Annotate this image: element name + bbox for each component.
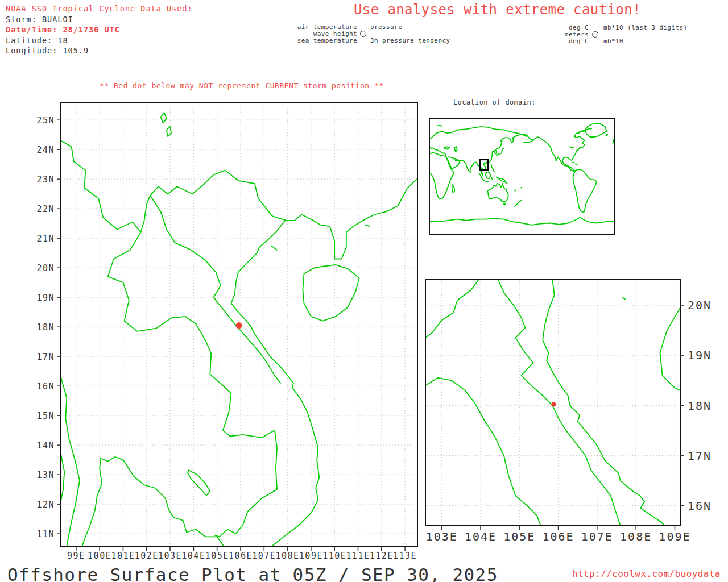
svg-text:17N: 17N — [688, 449, 712, 463]
svg-text:104E: 104E — [465, 530, 497, 543]
svg-text:113E: 113E — [393, 551, 417, 561]
units-mb10-bottom-label: mb*10 — [603, 38, 623, 45]
svg-text:106E: 106E — [229, 551, 253, 561]
svg-text:103E: 103E — [426, 530, 458, 543]
storm-latitude-line: Latitude: 18 — [6, 36, 68, 45]
svg-text:14N: 14N — [36, 440, 55, 451]
storm-dot — [551, 402, 556, 407]
svg-text:109E: 109E — [299, 551, 323, 561]
svg-text:101E: 101E — [111, 551, 135, 561]
svg-text:104E: 104E — [181, 551, 205, 561]
svg-text:16N: 16N — [36, 381, 55, 392]
buoy-plot-page: NOAA SSD Tropical Cyclone Data Used: Sto… — [0, 0, 728, 582]
svg-text:102E: 102E — [135, 551, 159, 561]
legend-pressure-label: pressure — [370, 23, 402, 31]
svg-text:23N: 23N — [36, 174, 55, 185]
svg-text:22N: 22N — [36, 204, 55, 214]
storm-name-line: Storm: BUALOI — [6, 15, 73, 24]
svg-text:109E: 109E — [659, 530, 690, 543]
storm-dot — [236, 322, 242, 329]
main-map: 25N24N23N22N21N20N19N18N17N16N15N14N13N1… — [32, 96, 424, 572]
svg-text:111E: 111E — [346, 551, 370, 561]
svg-text:18N: 18N — [36, 322, 55, 332]
svg-text:15N: 15N — [36, 411, 55, 421]
svg-text:25N: 25N — [36, 115, 55, 126]
svg-text:106E: 106E — [542, 530, 574, 543]
legend-pressure-tendency-label: 3h pressure tendency — [370, 37, 450, 45]
svg-text:105E: 105E — [205, 551, 229, 561]
svg-text:11N: 11N — [36, 529, 55, 539]
site-url[interactable]: http://coolwx.com/buoydata — [572, 568, 721, 580]
svg-text:21N: 21N — [36, 234, 55, 244]
world-minimap — [428, 117, 617, 236]
svg-text:99E: 99E — [67, 551, 85, 561]
units-mb10-top-label: mb*10 (last 3 digits) — [603, 24, 687, 32]
svg-text:20N: 20N — [36, 263, 55, 273]
svg-text:12N: 12N — [36, 500, 55, 510]
svg-text:16N: 16N — [688, 499, 712, 513]
storm-datetime-line: Date/Time: 28/1730 UTC — [6, 25, 120, 35]
svg-text:112E: 112E — [370, 551, 394, 561]
svg-text:107E: 107E — [252, 551, 276, 561]
svg-text:108E: 108E — [620, 530, 652, 543]
svg-text:24N: 24N — [36, 145, 55, 155]
svg-text:17N: 17N — [36, 352, 55, 362]
svg-text:110E: 110E — [322, 551, 346, 561]
svg-text:19N: 19N — [36, 293, 55, 303]
svg-text:108E: 108E — [276, 551, 300, 561]
units-deg-c-bottom-label: deg C — [509, 38, 589, 45]
storm-longitude-line: Longitude: 105.9 — [6, 46, 89, 56]
svg-text:20N: 20N — [688, 298, 712, 312]
zoomed-map: 20N19N18N17N16N103E104E105E106E107E108E1… — [419, 273, 720, 559]
station-model-circle-icon — [360, 31, 366, 37]
tc-data-source-line: NOAA SSD Tropical Cyclone Data Used: — [6, 4, 193, 14]
svg-text:18N: 18N — [688, 399, 712, 413]
legend-sea-temp-label: sea temperature — [243, 37, 357, 45]
storm-position-warning: ** Red dot below may NOT represent CURRE… — [100, 81, 384, 90]
svg-text:103E: 103E — [158, 551, 182, 561]
svg-text:100E: 100E — [88, 551, 111, 561]
caution-banner: Use analyses with extreme caution! — [354, 1, 641, 18]
svg-text:13N: 13N — [36, 470, 55, 480]
svg-text:105E: 105E — [503, 530, 535, 543]
svg-text:19N: 19N — [688, 348, 712, 362]
plot-title: Offshore Surface Plot at 05Z / SEP 30, 2… — [7, 564, 498, 582]
svg-text:107E: 107E — [581, 530, 613, 543]
units-circle-icon — [592, 31, 598, 38]
minimap-title: Location of domain: — [453, 98, 536, 107]
